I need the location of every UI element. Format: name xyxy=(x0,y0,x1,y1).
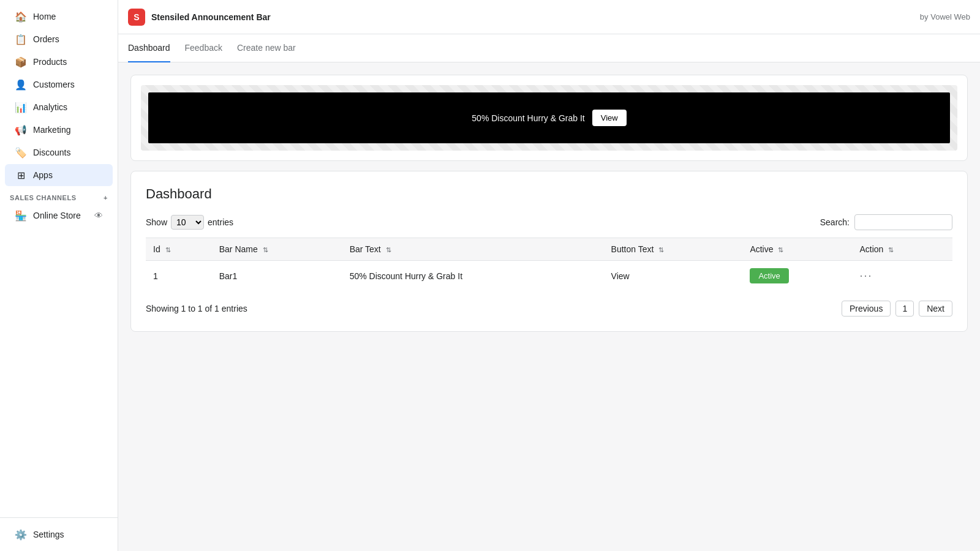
preview-banner: 50% Discount Hurry & Grab It View xyxy=(148,92,950,143)
sort-icon-action: ⇅ xyxy=(888,246,894,253)
col-header-bar-name[interactable]: Bar Name ⇅ xyxy=(212,238,342,261)
sidebar-label-customers: Customers xyxy=(33,80,75,89)
col-header-active[interactable]: Active ⇅ xyxy=(742,238,852,261)
sidebar-item-apps[interactable]: ⊞ Apps xyxy=(5,164,113,186)
sort-icon-bar-text: ⇅ xyxy=(386,246,391,253)
sidebar-label-marketing: Marketing xyxy=(33,125,70,135)
sales-channels-title: SALES CHANNELS xyxy=(10,194,77,201)
sidebar: 🏠 Home 📋 Orders 📦 Products 👤 Customers 📊… xyxy=(0,0,118,551)
sidebar-item-products[interactable]: 📦 Products xyxy=(5,51,113,73)
apps-icon: ⊞ xyxy=(15,169,27,181)
cell-action[interactable]: ··· xyxy=(852,261,952,291)
data-table: Id ⇅Bar Name ⇅Bar Text ⇅Button Text ⇅Act… xyxy=(146,238,952,291)
app-title: Stensiled Announcement Bar xyxy=(151,12,271,22)
sidebar-item-analytics[interactable]: 📊 Analytics xyxy=(5,96,113,118)
tabs: DashboardFeedbackCreate new bar xyxy=(118,34,980,62)
show-entries-select[interactable]: 102550100 xyxy=(171,215,204,230)
topbar-by: by Vowel Web xyxy=(920,12,970,21)
sort-icon-bar-name: ⇅ xyxy=(263,246,268,253)
sidebar-items-container: 🏠 Home 📋 Orders 📦 Products 👤 Customers 📊… xyxy=(0,6,118,186)
preview-banner-text: 50% Discount Hurry & Grab It xyxy=(472,113,584,123)
customers-icon: 👤 xyxy=(15,78,27,91)
online-store-icon: 🏪 xyxy=(15,209,27,222)
col-header-id[interactable]: Id ⇅ xyxy=(146,238,212,261)
cell-active: Active xyxy=(742,261,852,291)
preview-banner-container: 50% Discount Hurry & Grab It View xyxy=(141,85,957,151)
table-row: 1 Bar1 50% Discount Hurry & Grab It View… xyxy=(146,261,952,291)
tab-create-new-bar[interactable]: Create new bar xyxy=(237,34,296,62)
next-button[interactable]: Next xyxy=(919,301,952,317)
add-sales-channel-icon[interactable]: + xyxy=(104,194,108,201)
sidebar-label-home: Home xyxy=(33,12,56,21)
cell-bar-name: Bar1 xyxy=(212,261,342,291)
sidebar-footer-label-settings: Settings xyxy=(33,530,64,539)
sidebar-footer: ⚙️ Settings xyxy=(0,517,118,551)
sidebar-label-analytics: Analytics xyxy=(33,102,67,112)
content: 50% Discount Hurry & Grab It View Dashbo… xyxy=(118,62,980,344)
sidebar-label-products: Products xyxy=(33,57,67,67)
app-logo: S xyxy=(128,9,145,26)
pagination-row: Showing 1 to 1 of 1 entries Previous 1 N… xyxy=(146,301,952,317)
tabs-container: DashboardFeedbackCreate new bar xyxy=(128,34,296,62)
tab-dashboard[interactable]: Dashboard xyxy=(128,34,170,62)
active-badge: Active xyxy=(750,268,788,283)
table-controls: Show 102550100 entries Search: xyxy=(146,214,952,230)
sales-channels-container: 🏪 Online Store 👁 xyxy=(0,204,118,227)
entries-label: entries xyxy=(208,217,233,227)
table-body: 1 Bar1 50% Discount Hurry & Grab It View… xyxy=(146,261,952,291)
dashboard-card: Dashboard Show 102550100 entries Search:… xyxy=(130,171,968,332)
col-header-button-text[interactable]: Button Text ⇅ xyxy=(604,238,743,261)
sidebar-footer-items: ⚙️ Settings xyxy=(0,523,118,545)
main-content: S Stensiled Announcement Bar by Vowel We… xyxy=(118,0,980,551)
products-icon: 📦 xyxy=(15,56,27,68)
show-label: Show xyxy=(146,217,167,227)
cell-bar-text: 50% Discount Hurry & Grab It xyxy=(342,261,604,291)
sidebar-item-customers[interactable]: 👤 Customers xyxy=(5,73,113,96)
search-label: Search: xyxy=(820,217,850,227)
sort-icon-id: ⇅ xyxy=(165,246,171,253)
topbar-left: S Stensiled Announcement Bar xyxy=(128,9,271,26)
orders-icon: 📋 xyxy=(15,33,27,45)
topbar: S Stensiled Announcement Bar by Vowel We… xyxy=(118,0,980,34)
sidebar-label-apps: Apps xyxy=(33,170,53,180)
sidebar-item-home[interactable]: 🏠 Home xyxy=(5,6,113,28)
sidebar-nav: 🏠 Home 📋 Orders 📦 Products 👤 Customers 📊… xyxy=(0,0,118,517)
tab-feedback[interactable]: Feedback xyxy=(185,34,222,62)
search-input[interactable] xyxy=(854,214,952,230)
sidebar-footer-item-settings[interactable]: ⚙️ Settings xyxy=(5,523,113,545)
dashboard-title: Dashboard xyxy=(146,186,952,202)
marketing-icon: 📢 xyxy=(15,124,27,136)
analytics-icon: 📊 xyxy=(15,101,27,113)
sidebar-item-marketing[interactable]: 📢 Marketing xyxy=(5,119,113,141)
sidebar-label-discounts: Discounts xyxy=(33,148,70,157)
sort-icon-active: ⇅ xyxy=(778,246,783,253)
showing-entries-text: Showing 1 to 1 of 1 entries xyxy=(146,304,247,313)
home-icon: 🏠 xyxy=(15,10,27,23)
online-store-visibility-icon[interactable]: 👁 xyxy=(94,211,103,220)
previous-button[interactable]: Previous xyxy=(842,301,891,317)
sidebar-item-online-store[interactable]: 🏪 Online Store 👁 xyxy=(5,204,113,227)
sort-icon-button-text: ⇅ xyxy=(658,246,664,253)
action-menu-icon[interactable]: ··· xyxy=(859,269,872,282)
preview-card: 50% Discount Hurry & Grab It View xyxy=(130,75,968,161)
col-header-action[interactable]: Action ⇅ xyxy=(852,238,952,261)
current-page: 1 xyxy=(895,301,914,317)
sidebar-label-online-store: Online Store xyxy=(33,211,81,220)
cell-button-text: View xyxy=(604,261,743,291)
search-container: Search: xyxy=(820,214,952,230)
show-entries-control: Show 102550100 entries xyxy=(146,215,233,230)
pagination-controls: Previous 1 Next xyxy=(842,301,952,317)
sales-channels-section: SALES CHANNELS + xyxy=(0,187,118,204)
sidebar-label-orders: Orders xyxy=(33,34,59,44)
col-header-bar-text[interactable]: Bar Text ⇅ xyxy=(342,238,604,261)
sidebar-item-orders[interactable]: 📋 Orders xyxy=(5,28,113,50)
discounts-icon: 🏷️ xyxy=(15,146,27,159)
table-header-row: Id ⇅Bar Name ⇅Bar Text ⇅Button Text ⇅Act… xyxy=(146,238,952,261)
settings-icon: ⚙️ xyxy=(15,528,27,541)
table-head: Id ⇅Bar Name ⇅Bar Text ⇅Button Text ⇅Act… xyxy=(146,238,952,261)
sidebar-item-discounts[interactable]: 🏷️ Discounts xyxy=(5,141,113,163)
cell-id: 1 xyxy=(146,261,212,291)
preview-view-button[interactable]: View xyxy=(592,110,627,126)
